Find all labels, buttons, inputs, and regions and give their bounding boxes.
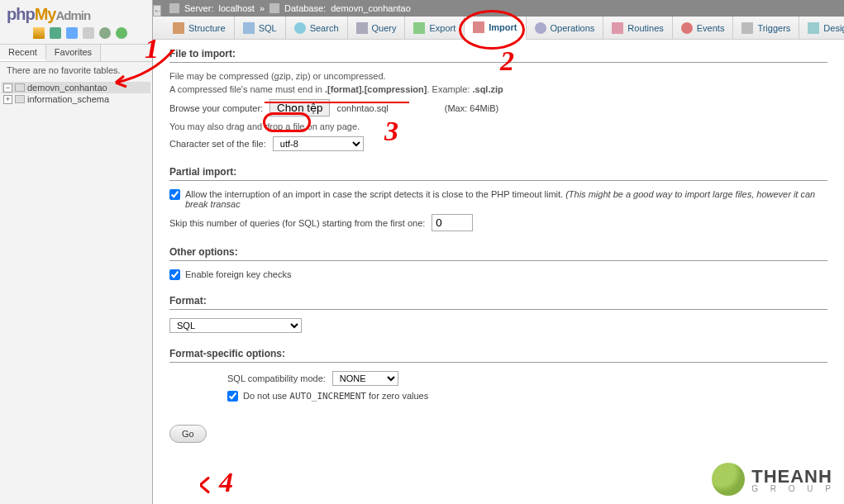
sidebar: phpMyAdmin Recent Favorites There are no… (0, 0, 153, 504)
logo-admin: Admin (55, 8, 90, 22)
tab-label: Query (372, 23, 397, 33)
section-title: File to import: (169, 48, 827, 63)
tab-label: Triggers (757, 23, 790, 33)
compress-hint: File may be compressed (gzip, zip) or un… (169, 71, 827, 81)
skip-label: Skip this number of queries (for SQL) st… (169, 218, 425, 228)
compat-row: SQL compatibility mode: NONE (227, 371, 827, 386)
section-title: Other options: (169, 246, 827, 261)
reload-icon[interactable] (116, 27, 127, 39)
designer-icon (808, 22, 819, 34)
bc-server-link[interactable]: localhost (218, 3, 254, 13)
events-icon (681, 22, 693, 34)
format-specific-section: Format-specific options: SQL compatibili… (169, 348, 827, 402)
database-icon (15, 83, 25, 92)
query-icon (356, 22, 368, 34)
routines-icon (612, 22, 623, 34)
database-icon (269, 3, 279, 13)
triggers-icon (741, 22, 753, 34)
sidebar-quick-icons (0, 26, 152, 44)
tab-label: Search (310, 23, 339, 33)
sql-icon[interactable] (66, 27, 78, 39)
tab-sql[interactable]: SQL (235, 17, 286, 39)
fk-checkbox[interactable] (169, 269, 180, 280)
bc-separator: » (260, 3, 265, 13)
allow-interrupt-label: Allow the interruption of an import in c… (185, 189, 827, 209)
tab-triggers[interactable]: Triggers (733, 17, 799, 39)
db-tree-item-information-schema[interactable]: + information_schema (2, 93, 150, 105)
charset-select[interactable]: utf-8 (273, 136, 364, 151)
charset-row: Character set of the file: utf-8 (169, 136, 827, 151)
server-icon (169, 3, 179, 13)
tab-label: Import (489, 22, 517, 32)
fk-label: Enable foreign key checks (185, 269, 291, 279)
other-options-section: Other options: Enable foreign key checks (169, 246, 827, 280)
tab-events[interactable]: Events (673, 17, 734, 39)
autoinc-row: Do not use AUTO_INCREMENT for zero value… (227, 391, 827, 402)
database-icon (15, 95, 25, 103)
db-tree: − demovn_conhantao + information_schema (0, 78, 152, 108)
tab-label: Operations (551, 23, 595, 33)
skip-input[interactable] (432, 214, 473, 231)
selected-filename: conhntao.sql (336, 103, 388, 113)
format-select[interactable]: SQL (169, 318, 302, 333)
breadcrumb: Server: localhost » Database: demovn_con… (153, 0, 844, 17)
collapse-sidebar-button[interactable]: ← (153, 5, 161, 17)
fk-row: Enable foreign key checks (169, 269, 827, 280)
collapse-icon[interactable]: − (3, 83, 12, 93)
bc-db-link[interactable]: demovn_conhantao (331, 3, 411, 13)
sidebar-tab-recent[interactable]: Recent (0, 45, 46, 61)
tab-designer[interactable]: Designer (799, 17, 844, 39)
sidebar-tab-favorites[interactable]: Favorites (46, 45, 101, 61)
partial-import-section: Partial import: Allow the interruption o… (169, 166, 827, 231)
logo-my: My (35, 5, 56, 23)
exit-icon[interactable] (50, 27, 61, 39)
tab-import[interactable]: Import (465, 17, 526, 40)
file-to-import-section: File to import: File may be compressed (… (169, 48, 827, 151)
bc-server-label: Server: (184, 3, 213, 13)
expand-icon[interactable]: + (3, 95, 12, 104)
gear-icon[interactable] (99, 27, 111, 39)
max-size-label: (Max: 64MiB) (445, 103, 498, 113)
tab-label: Structure (188, 23, 226, 33)
bc-db-label: Database: (284, 3, 326, 13)
home-icon[interactable] (33, 27, 45, 39)
content: File to import: File may be compressed (… (153, 40, 844, 451)
skip-row: Skip this number of queries (for SQL) st… (169, 214, 827, 231)
db-name: demovn_conhantao (27, 83, 107, 93)
autoinc-label: Do not use AUTO_INCREMENT for zero value… (243, 391, 428, 402)
autoinc-checkbox[interactable] (227, 391, 238, 402)
tab-structure[interactable]: Structure (165, 17, 235, 39)
choose-file-button[interactable]: Chọn tệp (269, 99, 330, 116)
format-section: Format: SQL (169, 295, 827, 333)
section-title: Partial import: (169, 166, 827, 181)
tab-operations[interactable]: Operations (527, 17, 604, 39)
tab-label: SQL (259, 23, 277, 33)
sidebar-tabs: Recent Favorites (0, 44, 152, 62)
compat-select[interactable]: NONE (332, 371, 398, 386)
docs-icon[interactable] (83, 27, 94, 39)
tab-bar: Structure SQL Search Query Export Import… (153, 17, 844, 40)
logo-php: php (7, 5, 35, 23)
db-tree-item-demovn[interactable]: − demovn_conhantao (2, 82, 150, 93)
structure-icon (173, 22, 184, 34)
tab-search[interactable]: Search (286, 17, 348, 39)
tab-routines[interactable]: Routines (603, 17, 672, 39)
tab-query[interactable]: Query (348, 17, 406, 39)
sidebar-message: There are no favorite tables. (0, 62, 152, 78)
operations-icon (535, 22, 546, 34)
allow-interrupt-checkbox[interactable] (169, 189, 180, 200)
filename-hint: A compressed file's name must end in .[f… (169, 84, 827, 94)
section-title: Format: (169, 295, 827, 310)
allow-interrupt-row: Allow the interruption of an import in c… (169, 189, 827, 209)
main: ← Server: localhost » Database: demovn_c… (153, 0, 844, 504)
logo[interactable]: phpMyAdmin (0, 0, 152, 26)
tab-export[interactable]: Export (405, 17, 465, 39)
browse-label: Browse your computer: (169, 103, 263, 113)
tab-label: Routines (627, 23, 663, 33)
compat-label: SQL compatibility mode: (227, 373, 326, 383)
search-icon (294, 22, 306, 34)
export-icon (413, 22, 425, 34)
section-title: Format-specific options: (169, 348, 827, 363)
sql-icon (243, 22, 255, 34)
go-button[interactable]: Go (169, 425, 207, 443)
